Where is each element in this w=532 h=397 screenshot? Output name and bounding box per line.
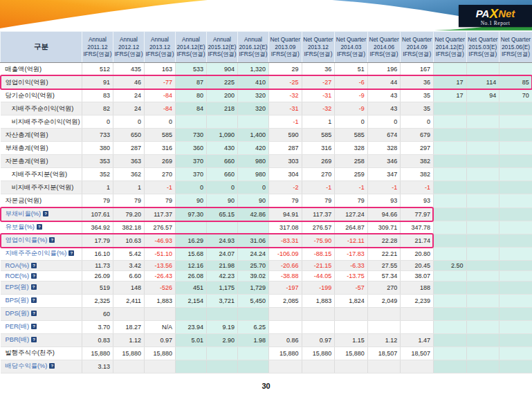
table-cell: 15,880 xyxy=(335,347,368,360)
table-cell: 1.12 xyxy=(113,333,145,347)
table-cell: 46 xyxy=(113,76,145,89)
info-icon[interactable]: ? xyxy=(31,311,37,316)
table-cell: 585 xyxy=(335,129,368,142)
info-icon[interactable]: ? xyxy=(49,363,55,369)
table-cell xyxy=(433,270,466,281)
info-icon[interactable]: ? xyxy=(31,284,37,290)
table-cell xyxy=(367,307,401,320)
column-header-line: IFRS(연결) xyxy=(238,50,268,57)
column-header: Annual2014.12(E)IFRS(연결) xyxy=(176,32,207,63)
table-cell: 317.08 xyxy=(269,221,302,234)
table-cell: 11.73 xyxy=(82,260,113,270)
table-cell xyxy=(499,307,532,320)
table-cell xyxy=(499,155,532,168)
table-cell xyxy=(499,181,532,194)
table-row: DPS(원)?60 xyxy=(1,307,532,320)
table-cell: 904 xyxy=(207,63,238,76)
table-cell xyxy=(433,294,466,307)
table-cell xyxy=(335,320,368,333)
column-header-line: 2014.12(E) xyxy=(176,44,206,50)
table-row: 부채총계(억원)38028731636043042028731632832829… xyxy=(1,142,532,155)
table-cell xyxy=(499,360,532,373)
column-header-line: IFRS(연결) xyxy=(207,50,237,57)
table-cell: 91 xyxy=(82,76,113,89)
table-cell: 127.24 xyxy=(335,207,368,221)
info-icon[interactable]: ? xyxy=(49,237,55,243)
table-cell: 57.34 xyxy=(367,270,401,281)
column-header-line: IFRS(연결) xyxy=(368,50,401,57)
table-cell xyxy=(466,294,499,307)
column-header: Annual2011.12IFRS(연결) xyxy=(82,32,113,63)
table-cell: -2 xyxy=(269,181,302,194)
table-cell: 24 xyxy=(113,102,145,116)
table-cell: 15.68 xyxy=(176,247,207,260)
table-cell: -77 xyxy=(145,76,176,89)
table-cell xyxy=(401,360,434,373)
table-cell xyxy=(433,247,466,260)
table-cell: 328 xyxy=(335,142,368,155)
table-cell: 0 xyxy=(207,181,238,194)
table-cell: 316 xyxy=(302,142,335,155)
info-icon[interactable]: ? xyxy=(31,324,37,329)
table-cell xyxy=(145,360,176,373)
info-icon[interactable]: ? xyxy=(31,337,37,342)
column-header-line: Annual xyxy=(82,36,113,43)
table-cell: 660 xyxy=(207,155,238,168)
table-cell: 0 xyxy=(113,116,145,129)
table-cell xyxy=(335,360,368,373)
table-cell xyxy=(401,307,434,320)
table-cell: 352 xyxy=(82,168,113,181)
table-cell: 730 xyxy=(176,129,207,142)
row-label: BPS(원)? xyxy=(1,294,82,307)
table-cell xyxy=(433,360,466,373)
table-cell: 114 xyxy=(466,76,499,89)
table-cell: -27 xyxy=(302,76,335,89)
table-cell xyxy=(433,181,466,194)
table-cell: 16.10 xyxy=(82,247,113,260)
table-cell xyxy=(433,129,466,142)
table-cell: 94 xyxy=(466,89,499,102)
table-cell: 16.29 xyxy=(176,234,207,247)
table-cell: 1.47 xyxy=(401,333,434,347)
table-cell: 18,507 xyxy=(367,347,401,360)
column-header: Net Quarter2013.09IFRS(연결) xyxy=(269,32,302,63)
table-row: 영업이익(억원)9146-7787225410-25-27-6443617114… xyxy=(1,76,532,89)
table-cell: 15,880 xyxy=(269,347,302,360)
table-cell: 225 xyxy=(207,76,238,89)
table-row: 자본금(억원)7979799090907979799393 xyxy=(1,194,532,207)
info-icon[interactable]: ? xyxy=(37,224,42,230)
row-label: 비지배주주순이익(억원) xyxy=(1,116,82,129)
table-row: 배당수익률(%)?3.13 xyxy=(1,360,532,373)
info-icon[interactable]: ? xyxy=(31,273,37,279)
table-cell: 2.90 xyxy=(207,333,238,347)
column-header-line: 2013.09 xyxy=(269,44,302,50)
table-cell: 276.57 xyxy=(302,221,335,234)
row-label: EPS(원)? xyxy=(1,281,82,294)
table-cell: 270 xyxy=(145,168,176,181)
table-cell xyxy=(433,333,466,347)
table-row: 발행주식수(천주)15,88015,88015,88015,88015,8801… xyxy=(1,347,532,360)
row-label: 당기순이익(억원) xyxy=(1,89,82,102)
column-header: Net Quarter2014.12(E)IFRS(연결) xyxy=(433,32,466,63)
column-header-line: 2016.12(E) xyxy=(238,44,268,50)
info-icon[interactable]: ? xyxy=(31,263,37,268)
table-cell: 17.79 xyxy=(82,234,113,247)
table-cell: 370 xyxy=(176,155,207,168)
column-header: Net Quarter2014.09IFRS(연결) xyxy=(401,32,434,63)
table-cell: 2,154 xyxy=(176,294,207,307)
table-cell: -84 xyxy=(145,102,176,116)
info-icon[interactable]: ? xyxy=(43,211,48,216)
table-cell xyxy=(238,347,269,360)
table-cell: -6.33 xyxy=(335,260,368,270)
table-cell: -199 xyxy=(302,281,335,294)
info-icon[interactable]: ? xyxy=(31,297,37,303)
table-cell xyxy=(466,333,499,347)
table-cell: 360 xyxy=(176,142,207,155)
row-label: 매출액(억원) xyxy=(1,63,82,76)
info-icon[interactable]: ? xyxy=(68,250,74,256)
table-cell xyxy=(433,320,466,333)
table-cell: 0 xyxy=(238,181,269,194)
table-cell: -9 xyxy=(335,89,368,102)
table-cell: 15,880 xyxy=(82,347,113,360)
table-cell: 82 xyxy=(82,102,113,116)
